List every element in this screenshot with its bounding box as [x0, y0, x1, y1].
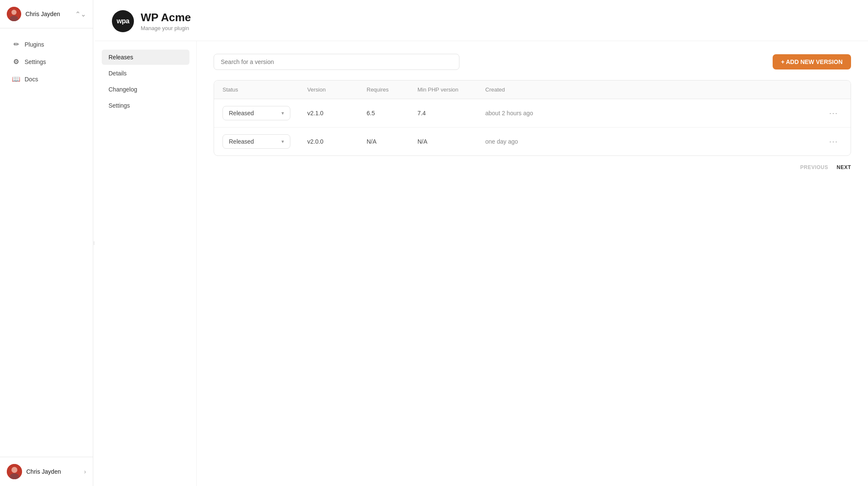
- svg-point-4: [11, 467, 17, 473]
- row-actions-1[interactable]: ···: [825, 109, 842, 118]
- sub-sidebar: Releases Details Changelog Settings: [95, 41, 197, 486]
- chevron-right-icon: ›: [84, 468, 86, 475]
- page-content: + ADD NEW VERSION Status Version Require…: [197, 41, 868, 486]
- sub-nav-details[interactable]: Details: [102, 66, 189, 81]
- header-actions: [825, 86, 842, 93]
- toolbar: + ADD NEW VERSION: [214, 54, 851, 70]
- sidebar-item-label-settings: Settings: [25, 58, 46, 65]
- docs-icon: 📖: [12, 75, 20, 83]
- sidebar-footer[interactable]: Chris Jayden ›: [0, 457, 93, 486]
- releases-table: Status Version Requires Min PHP version …: [214, 80, 851, 156]
- requires-cell-2: N/A: [367, 138, 417, 145]
- main-content: wpa WP Acme Manage your plugin Releases …: [95, 0, 868, 486]
- content-area: Releases Details Changelog Settings + AD…: [95, 41, 868, 486]
- app-logo: wpa: [112, 10, 134, 32]
- sidebar-nav: ✏ Plugins ⚙ Settings 📖 Docs: [0, 28, 93, 457]
- app-header: wpa WP Acme Manage your plugin: [95, 0, 868, 41]
- pagination: PREVIOUS NEXT: [214, 164, 851, 170]
- app-title: WP Acme: [141, 11, 191, 24]
- table-header: Status Version Requires Min PHP version …: [214, 81, 851, 99]
- php-cell-1: 7.4: [417, 110, 485, 117]
- sidebar-username: Chris Jayden: [25, 11, 71, 17]
- created-cell-2: one day ago: [485, 138, 825, 145]
- sidebar-item-label-docs: Docs: [25, 76, 38, 83]
- search-box: [214, 54, 459, 70]
- header-min-php: Min PHP version: [417, 86, 485, 93]
- avatar-top: [7, 7, 21, 21]
- status-label-2: Released: [229, 138, 254, 145]
- sub-nav-settings[interactable]: Settings: [102, 98, 189, 113]
- search-input[interactable]: [214, 54, 459, 70]
- sub-nav-releases[interactable]: Releases: [102, 50, 189, 65]
- sidebar: Chris Jayden ⌃⌄ ✏ Plugins ⚙ Settings 📖 D…: [0, 0, 93, 486]
- header-created: Created: [485, 86, 825, 93]
- table-row: Released ▾ v2.1.0 6.5 7.4 about 2 hours …: [214, 99, 851, 128]
- expand-icon: ⌃⌄: [75, 10, 86, 18]
- previous-button[interactable]: PREVIOUS: [800, 164, 828, 170]
- add-new-version-button[interactable]: + ADD NEW VERSION: [773, 54, 851, 69]
- status-dropdown-1[interactable]: Released ▾: [223, 106, 307, 120]
- sub-nav-changelog[interactable]: Changelog: [102, 82, 189, 97]
- row-actions-2[interactable]: ···: [825, 137, 842, 146]
- chevron-down-icon-2: ▾: [281, 139, 284, 144]
- avatar-bottom: [7, 464, 22, 479]
- table-row: Released ▾ v2.0.0 N/A N/A one day ago ··…: [214, 128, 851, 156]
- sidebar-item-settings[interactable]: ⚙ Settings: [3, 53, 89, 70]
- sidebar-header[interactable]: Chris Jayden ⌃⌄: [0, 0, 93, 28]
- created-cell-1: about 2 hours ago: [485, 110, 825, 117]
- sidebar-item-label-plugins: Plugins: [25, 41, 44, 48]
- header-requires: Requires: [367, 86, 417, 93]
- next-button[interactable]: NEXT: [837, 164, 851, 170]
- chevron-down-icon-1: ▾: [281, 110, 284, 116]
- header-status: Status: [223, 86, 307, 93]
- settings-icon: ⚙: [12, 58, 20, 66]
- status-dropdown-2[interactable]: Released ▾: [223, 134, 307, 149]
- app-title-group: WP Acme Manage your plugin: [141, 11, 191, 31]
- php-cell-2: N/A: [417, 138, 485, 145]
- version-cell-1: v2.1.0: [307, 110, 367, 117]
- requires-cell-1: 6.5: [367, 110, 417, 117]
- header-version: Version: [307, 86, 367, 93]
- sidebar-item-docs[interactable]: 📖 Docs: [3, 71, 89, 87]
- status-label-1: Released: [229, 110, 254, 117]
- footer-username: Chris Jayden: [26, 468, 80, 475]
- plugins-icon: ✏: [12, 40, 20, 48]
- svg-point-1: [11, 10, 17, 15]
- sidebar-item-plugins[interactable]: ✏ Plugins: [3, 36, 89, 53]
- version-cell-2: v2.0.0: [307, 138, 367, 145]
- app-subtitle: Manage your plugin: [141, 25, 191, 31]
